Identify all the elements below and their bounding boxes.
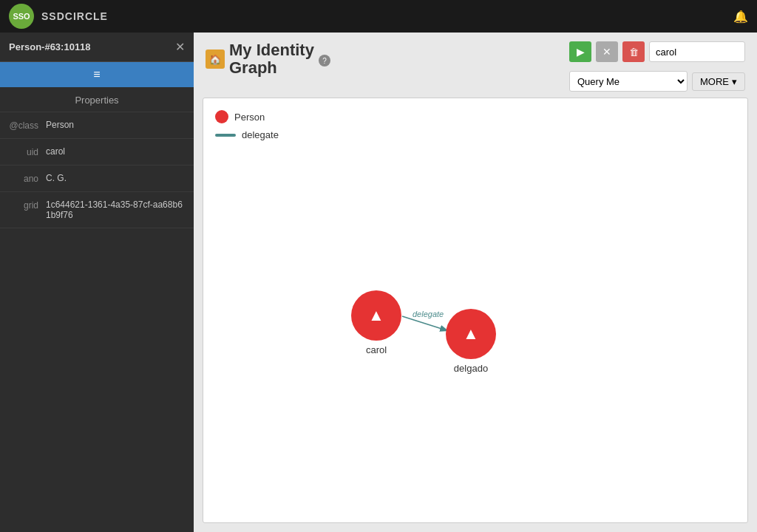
home-icon: 🏠 (206, 50, 225, 69)
toolbar: ▶ ✕ 🗑 Query Me MORE ▾ (569, 41, 745, 92)
more-button[interactable]: MORE ▾ (692, 72, 745, 91)
properties-label: Properties (0, 87, 194, 112)
topbar: SSO SSDCIRCLE 🔔 (0, 0, 757, 33)
topbar-right: 🔔 (733, 10, 748, 24)
logo-text: SSO (13, 12, 30, 21)
delgado-inner-icon: ▲ (463, 324, 479, 344)
prop-val-uid: carol (46, 146, 65, 157)
node-carol[interactable]: ▲ carol (351, 290, 401, 355)
cancel-button[interactable]: ✕ (596, 41, 618, 62)
help-icon[interactable]: ? (319, 55, 330, 66)
carol-circle: ▲ (351, 290, 401, 341)
prop-val-grid: 1c644621-1361-4a35-87cf-aa68b61b9f76 (46, 200, 185, 220)
search-input[interactable] (649, 41, 745, 62)
play-button[interactable]: ▶ (569, 41, 591, 62)
sidebar-title: Person-#63:10118 (9, 41, 91, 52)
delete-button[interactable]: 🗑 (622, 41, 645, 62)
content-header: 🏠 My Identity Graph ? ▶ ✕ 🗑 (194, 33, 757, 98)
prop-key-grid: grid (9, 200, 38, 211)
prop-row-ano: ano C. G. (0, 166, 194, 192)
sidebar-close-icon[interactable]: ✕ (175, 40, 185, 54)
more-label: MORE (700, 76, 729, 87)
carol-inner-icon: ▲ (368, 306, 384, 325)
graph-canvas: Person delegate delegate (203, 98, 748, 523)
query-row: Query Me MORE ▾ (569, 71, 745, 92)
graph-area: ▲ carol ▲ delgado (203, 98, 747, 522)
bell-icon[interactable]: 🔔 (733, 10, 748, 23)
delgado-label: delgado (454, 363, 488, 374)
logo: SSO (9, 4, 34, 29)
app-title: SSDCIRCLE (41, 10, 108, 22)
sidebar-header: Person-#63:10118 ✕ (0, 33, 194, 62)
title-line2: Graph (229, 58, 277, 77)
prop-key-uid: uid (9, 146, 38, 157)
query-select[interactable]: Query Me (569, 71, 688, 92)
prop-row-grid: grid 1c644621-1361-4a35-87cf-aa68b61b9f7… (0, 192, 194, 228)
content-area: 🏠 My Identity Graph ? ▶ ✕ 🗑 (194, 33, 757, 532)
page-title-area: 🏠 My Identity Graph ? (206, 41, 330, 77)
prop-key-class: @class (9, 120, 38, 131)
carol-label: carol (366, 344, 387, 355)
sidebar: Person-#63:10118 ✕ ≡ Properties @class P… (0, 33, 194, 532)
title-line1: My Identity (229, 41, 314, 59)
prop-row-uid: uid carol (0, 139, 194, 166)
prop-key-ano: ano (9, 173, 38, 184)
title-row: 🏠 My Identity Graph ? (206, 41, 330, 77)
prop-val-class: Person (46, 120, 74, 130)
node-delgado[interactable]: ▲ delgado (446, 309, 496, 374)
main-layout: Person-#63:10118 ✕ ≡ Properties @class P… (0, 33, 757, 532)
page-title: My Identity Graph (229, 41, 314, 77)
sidebar-menu-button[interactable]: ≡ (0, 62, 194, 87)
more-chevron-icon: ▾ (732, 76, 737, 87)
prop-val-ano: C. G. (46, 173, 67, 183)
prop-row-class: @class Person (0, 112, 194, 139)
delgado-circle: ▲ (446, 309, 496, 359)
